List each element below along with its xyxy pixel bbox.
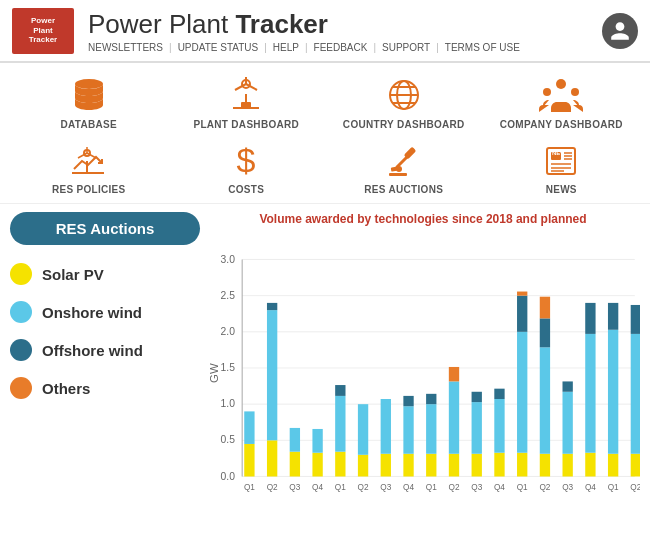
onshore-wind-label: Onshore wind	[42, 304, 142, 321]
svg-text:Q1: Q1	[244, 483, 255, 492]
nav-news[interactable]: NEWS NEWS	[483, 138, 641, 195]
news-label: NEWS	[546, 184, 577, 195]
svg-rect-84	[517, 332, 527, 453]
nav-company-dashboard[interactable]: COMPANY DASHBOARD	[483, 73, 641, 130]
svg-rect-57	[290, 452, 300, 477]
nav-res-policies[interactable]: RES POLICIES	[10, 138, 168, 195]
logo-box: PowerPlantTracker	[12, 8, 74, 54]
svg-rect-53	[244, 411, 254, 444]
svg-text:Q2: Q2	[448, 483, 459, 492]
bar-q4-2018	[312, 429, 322, 477]
company-dashboard-label: COMPANY DASHBOARD	[500, 119, 623, 130]
svg-text:Q4: Q4	[312, 483, 323, 492]
nav-costs[interactable]: $ COSTS	[168, 138, 326, 195]
svg-rect-78	[472, 402, 482, 454]
svg-text:Q4: Q4	[585, 483, 596, 492]
svg-rect-102	[631, 305, 640, 334]
svg-text:Q2: Q2	[539, 483, 550, 492]
user-avatar[interactable]	[602, 13, 638, 49]
legend-offshore: Offshore wind	[10, 339, 200, 361]
svg-rect-91	[563, 454, 573, 477]
svg-rect-76	[449, 367, 459, 381]
bar-q2-2018	[267, 303, 277, 477]
plant-dashboard-label: PLANT DASHBOARD	[193, 119, 299, 130]
svg-rect-81	[494, 399, 504, 453]
svg-rect-71	[426, 454, 436, 477]
svg-rect-64	[358, 455, 368, 477]
svg-rect-88	[540, 347, 550, 453]
nav-plant-dashboard[interactable]: PLANT DASHBOARD	[168, 73, 326, 130]
svg-rect-58	[290, 428, 300, 452]
svg-text:Q1: Q1	[517, 483, 528, 492]
onshore-wind-dot	[10, 301, 32, 323]
svg-rect-95	[585, 334, 595, 453]
svg-rect-54	[267, 440, 277, 476]
bar-q1-2018	[244, 411, 254, 476]
svg-rect-65	[358, 404, 368, 455]
bar-q1-2019	[335, 385, 345, 476]
svg-rect-67	[381, 399, 391, 454]
bar-q2-2022	[631, 305, 640, 477]
svg-point-14	[543, 88, 551, 96]
svg-rect-70	[403, 396, 413, 406]
svg-rect-27	[389, 173, 407, 176]
svg-rect-55	[267, 310, 277, 440]
others-label: Others	[42, 380, 90, 397]
svg-rect-89	[540, 318, 550, 347]
svg-rect-90	[540, 297, 550, 319]
solar-pv-label: Solar PV	[42, 266, 104, 283]
svg-text:1.0: 1.0	[221, 398, 236, 409]
svg-rect-56	[267, 303, 277, 310]
svg-rect-75	[449, 381, 459, 453]
svg-text:3.0: 3.0	[221, 254, 236, 265]
svg-text:Q3: Q3	[471, 483, 482, 492]
svg-point-15	[571, 88, 579, 96]
legend-panel: RES Auctions Solar PV Onshore wind Offsh…	[10, 212, 200, 506]
bar-q3-2019	[381, 399, 391, 477]
nav-res-auctions[interactable]: RES AUCTIONS	[325, 138, 483, 195]
svg-rect-77	[472, 454, 482, 477]
country-dashboard-label: COUNTRY DASHBOARD	[343, 119, 465, 130]
legend-title[interactable]: RES Auctions	[10, 212, 200, 245]
chart-container: GW 3.0 2.5 2.0 1.5 1.0 0.5 0.0	[206, 230, 640, 506]
svg-rect-79	[472, 392, 482, 402]
svg-text:Q3: Q3	[380, 483, 391, 492]
svg-rect-98	[608, 330, 618, 454]
bar-q3-2018	[290, 428, 300, 477]
svg-rect-97	[608, 454, 618, 477]
legend-others: Others	[10, 377, 200, 399]
svg-rect-69	[403, 406, 413, 454]
svg-text:2.0: 2.0	[221, 326, 236, 337]
svg-rect-80	[494, 453, 504, 477]
svg-rect-66	[381, 454, 391, 477]
svg-text:0.0: 0.0	[221, 471, 236, 482]
nav-support[interactable]: SUPPORT	[382, 42, 430, 53]
y-axis-label: GW	[208, 363, 220, 383]
legend-onshore: Onshore wind	[10, 301, 200, 323]
costs-label: COSTS	[228, 184, 264, 195]
nav-terms[interactable]: TERMS OF USE	[445, 42, 520, 53]
offshore-wind-dot	[10, 339, 32, 361]
svg-text:Q3: Q3	[289, 483, 300, 492]
nav-feedback[interactable]: FEEDBACK	[314, 42, 368, 53]
svg-point-26	[396, 166, 402, 172]
bar-q2-2020	[449, 367, 459, 477]
nav-update-status[interactable]: UPDATE STATUS	[178, 42, 259, 53]
svg-rect-101	[631, 334, 640, 454]
svg-text:Q2: Q2	[358, 483, 369, 492]
nav-help[interactable]: HELP	[273, 42, 299, 53]
nav-database[interactable]: DATABASE	[10, 73, 168, 130]
svg-text:1.5: 1.5	[221, 362, 236, 373]
bar-q1-2022	[608, 303, 618, 477]
bar-q2-2021	[540, 297, 550, 477]
svg-text:$: $	[237, 141, 256, 179]
page-title: Power Plant Tracker	[88, 9, 602, 40]
svg-rect-82	[494, 389, 504, 399]
bar-q1-2021	[517, 292, 527, 477]
bar-q4-2021	[585, 303, 595, 477]
bar-q1-2020	[426, 394, 436, 477]
nav-country-dashboard[interactable]: COUNTRY DASHBOARD	[325, 73, 483, 130]
svg-rect-61	[335, 452, 345, 477]
nav-newsletters[interactable]: NEWSLETTERS	[88, 42, 163, 53]
chart-area: Volume awarded by technologies since 201…	[200, 212, 640, 506]
